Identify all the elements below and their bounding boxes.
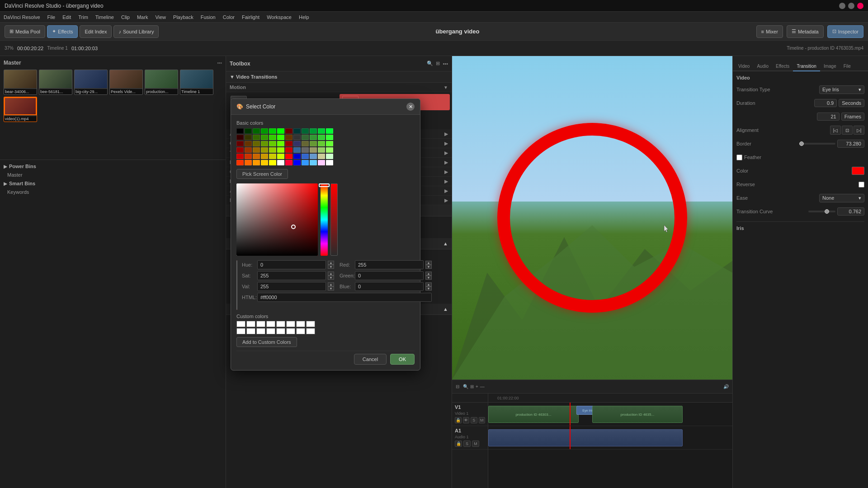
effects-button[interactable]: ✦ Effects: [47, 25, 78, 38]
search-icon[interactable]: 🔍: [427, 61, 433, 66]
val-down-btn[interactable]: ▼: [328, 286, 334, 291]
val-up-btn[interactable]: ▲: [328, 282, 334, 286]
toolbox-more-icon[interactable]: •••: [443, 61, 448, 66]
color-swatch[interactable]: [852, 167, 864, 175]
audio-clip-1[interactable]: [488, 429, 683, 446]
menu-file[interactable]: File: [47, 14, 56, 20]
media-item-pexels[interactable]: Pexels Vide...: [109, 70, 143, 95]
red-up-btn[interactable]: ▲: [425, 261, 432, 265]
media-pool-options[interactable]: •••: [217, 61, 222, 66]
menu-edit[interactable]: Edit: [62, 14, 71, 20]
timeline-more-icon[interactable]: —: [480, 384, 485, 389]
basic-color-19[interactable]: [293, 135, 301, 140]
transition-curve-value[interactable]: 0.762: [837, 207, 864, 216]
media-item-video1[interactable]: video(1).mp4: [4, 97, 37, 122]
basic-color-17[interactable]: [277, 135, 284, 140]
ease-dropdown[interactable]: None ▾: [819, 194, 864, 202]
border-slider-handle[interactable]: [799, 141, 804, 146]
zoom-out-icon[interactable]: 🔍: [463, 384, 468, 389]
basic-color-31[interactable]: [293, 141, 301, 146]
media-pool-button[interactable]: ⊞ Media Pool: [5, 25, 45, 38]
menu-help[interactable]: Help: [299, 14, 309, 20]
basic-color-11[interactable]: [326, 128, 333, 134]
menu-fairlight[interactable]: Fairlight: [242, 14, 259, 20]
basic-color-27[interactable]: [261, 141, 268, 146]
pick-screen-color-button[interactable]: Pick Screen Color: [236, 169, 288, 179]
basic-color-5[interactable]: [277, 128, 284, 134]
alpha-slider[interactable]: [330, 183, 338, 256]
basic-color-68[interactable]: [302, 160, 309, 165]
custom-color-7[interactable]: [306, 321, 315, 327]
basic-color-66[interactable]: [285, 160, 292, 165]
duration-seconds-input[interactable]: 0.9: [814, 99, 837, 107]
power-bins-header[interactable]: ▶ Power Bins: [0, 162, 226, 171]
media-item-timeline[interactable]: Timeline 1: [180, 70, 213, 95]
basic-color-14[interactable]: [253, 135, 260, 140]
custom-color-12[interactable]: [276, 328, 285, 334]
basic-color-41[interactable]: [277, 147, 284, 153]
basic-color-32[interactable]: [302, 141, 309, 146]
basic-color-13[interactable]: [245, 135, 252, 140]
inspector-button[interactable]: ⊡ Inspector: [827, 25, 863, 38]
basic-color-37[interactable]: [245, 147, 252, 153]
menu-fusion[interactable]: Fusion: [201, 14, 216, 20]
align-left-btn[interactable]: |◁: [830, 126, 841, 135]
add-to-custom-colors-button[interactable]: Add to Custom Colors: [236, 337, 297, 347]
basic-color-7[interactable]: [293, 128, 301, 134]
basic-color-1[interactable]: [245, 128, 252, 134]
custom-color-11[interactable]: [266, 328, 275, 334]
basic-color-62[interactable]: [253, 160, 260, 165]
basic-color-3[interactable]: [261, 128, 268, 134]
a1-eye-icon[interactable]: S: [463, 441, 471, 447]
curve-slider-handle[interactable]: [825, 209, 829, 214]
basic-color-57[interactable]: [310, 154, 317, 159]
menu-clip[interactable]: Clip: [121, 14, 130, 20]
feather-checkbox[interactable]: [736, 155, 742, 160]
basic-color-48[interactable]: [236, 154, 244, 159]
sound-library-button[interactable]: ♪ Sound Library: [113, 25, 159, 38]
master-bin[interactable]: Master: [0, 171, 226, 179]
basic-color-40[interactable]: [269, 147, 276, 153]
menu-trim[interactable]: Trim: [78, 14, 88, 20]
align-right-btn[interactable]: ▷|: [854, 126, 864, 135]
basic-color-50[interactable]: [253, 154, 260, 159]
basic-color-45[interactable]: [310, 147, 317, 153]
basic-color-26[interactable]: [253, 141, 260, 146]
basic-color-28[interactable]: [269, 141, 276, 146]
basic-color-67[interactable]: [293, 160, 301, 165]
basic-color-44[interactable]: [302, 147, 309, 153]
cancel-button[interactable]: Cancel: [354, 354, 387, 365]
basic-color-12[interactable]: [236, 135, 244, 140]
menu-playback[interactable]: Playback: [173, 14, 193, 20]
basic-color-22[interactable]: [318, 135, 325, 140]
basic-color-47[interactable]: [326, 147, 333, 153]
menu-workspace[interactable]: Workspace: [267, 14, 292, 20]
red-down-btn[interactable]: ▼: [425, 265, 432, 269]
menu-color[interactable]: Color: [223, 14, 235, 20]
basic-color-20[interactable]: [302, 135, 309, 140]
basic-color-4[interactable]: [269, 128, 276, 134]
val-input[interactable]: [257, 282, 326, 291]
basic-color-35[interactable]: [326, 141, 333, 146]
custom-color-2[interactable]: [256, 321, 265, 327]
tab-audio[interactable]: Audio: [753, 62, 772, 71]
basic-color-30[interactable]: [285, 141, 292, 146]
custom-color-0[interactable]: [236, 321, 245, 327]
green-up-btn[interactable]: ▲: [425, 272, 432, 276]
video-clip-2[interactable]: production ID 4635...: [592, 406, 683, 423]
basic-color-9[interactable]: [310, 128, 317, 134]
basic-color-2[interactable]: [253, 128, 260, 134]
basic-color-46[interactable]: [318, 147, 325, 153]
basic-color-43[interactable]: [293, 147, 301, 153]
menu-mark[interactable]: Mark: [137, 14, 148, 20]
maximize-button[interactable]: [848, 3, 854, 9]
basic-color-15[interactable]: [261, 135, 268, 140]
v1-solo-icon[interactable]: M: [479, 417, 486, 423]
zoom-in-icon[interactable]: +: [476, 384, 478, 389]
v1-mute-icon[interactable]: S: [471, 417, 477, 423]
v1-lock-icon[interactable]: 🔒: [455, 417, 462, 423]
tab-transition[interactable]: Transition: [793, 62, 820, 71]
basic-color-24[interactable]: [236, 141, 244, 146]
keywords-bin[interactable]: Keywords: [0, 188, 226, 196]
zoom-level[interactable]: 37%: [5, 46, 14, 51]
